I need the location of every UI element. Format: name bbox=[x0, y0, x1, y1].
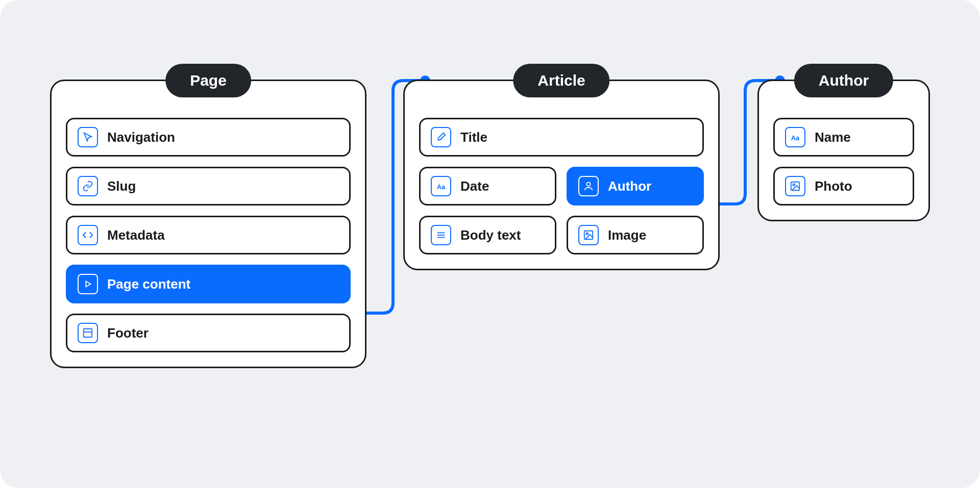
user-icon bbox=[578, 176, 599, 196]
field-label: Page content bbox=[107, 276, 190, 292]
field-label: Footer bbox=[107, 325, 149, 341]
svg-rect-8 bbox=[584, 231, 593, 240]
svg-text:Aa: Aa bbox=[437, 183, 446, 191]
text-aa-icon: Aa bbox=[431, 176, 451, 196]
panel-header-author: Author bbox=[794, 64, 893, 97]
panel-header-article: Article bbox=[513, 64, 609, 97]
code-icon bbox=[78, 225, 98, 245]
panel-header-page: Page bbox=[165, 64, 251, 97]
field-footer[interactable]: Footer bbox=[66, 314, 351, 352]
text-aa-icon: Aa bbox=[785, 127, 805, 147]
field-navigation[interactable]: Navigation bbox=[66, 118, 351, 157]
lines-icon bbox=[431, 225, 451, 245]
field-image[interactable]: Image bbox=[567, 216, 704, 254]
image-icon bbox=[785, 176, 805, 196]
svg-point-4 bbox=[586, 183, 590, 186]
field-author[interactable]: Author bbox=[567, 167, 704, 206]
svg-rect-1 bbox=[84, 329, 92, 338]
field-name[interactable]: Aa Name bbox=[773, 118, 914, 157]
layout-icon bbox=[78, 323, 98, 343]
field-body-text[interactable]: Body text bbox=[419, 216, 556, 254]
field-label: Name bbox=[815, 130, 851, 145]
field-metadata[interactable]: Metadata bbox=[66, 216, 351, 254]
svg-text:Aa: Aa bbox=[791, 134, 800, 142]
field-label: Author bbox=[608, 178, 651, 194]
pencil-icon bbox=[431, 127, 451, 147]
diagram-canvas: Page Navigation Slug Metadata bbox=[0, 0, 980, 488]
field-label: Photo bbox=[815, 178, 852, 194]
svg-point-12 bbox=[793, 184, 795, 186]
field-label: Slug bbox=[107, 178, 136, 194]
link-icon bbox=[78, 176, 98, 196]
field-label: Navigation bbox=[107, 130, 175, 145]
field-slug[interactable]: Slug bbox=[66, 167, 351, 206]
panel-page: Page Navigation Slug Metadata bbox=[50, 80, 366, 368]
cursor-icon bbox=[78, 127, 98, 147]
field-label: Image bbox=[608, 227, 646, 243]
field-photo[interactable]: Photo bbox=[773, 167, 914, 206]
play-icon bbox=[78, 274, 98, 294]
image-icon bbox=[578, 225, 599, 245]
svg-rect-11 bbox=[791, 182, 800, 191]
field-title[interactable]: Title bbox=[419, 118, 704, 157]
field-label: Metadata bbox=[107, 227, 165, 243]
svg-point-9 bbox=[586, 233, 588, 235]
svg-marker-0 bbox=[86, 281, 90, 287]
panel-author: Author Aa Name Photo bbox=[757, 80, 930, 221]
field-label: Date bbox=[460, 178, 489, 194]
panel-article: Article Title Aa Date bbox=[403, 80, 720, 270]
field-label: Body text bbox=[460, 227, 521, 243]
field-date[interactable]: Aa Date bbox=[419, 167, 556, 206]
field-label: Title bbox=[460, 130, 487, 145]
field-page-content[interactable]: Page content bbox=[66, 265, 351, 303]
